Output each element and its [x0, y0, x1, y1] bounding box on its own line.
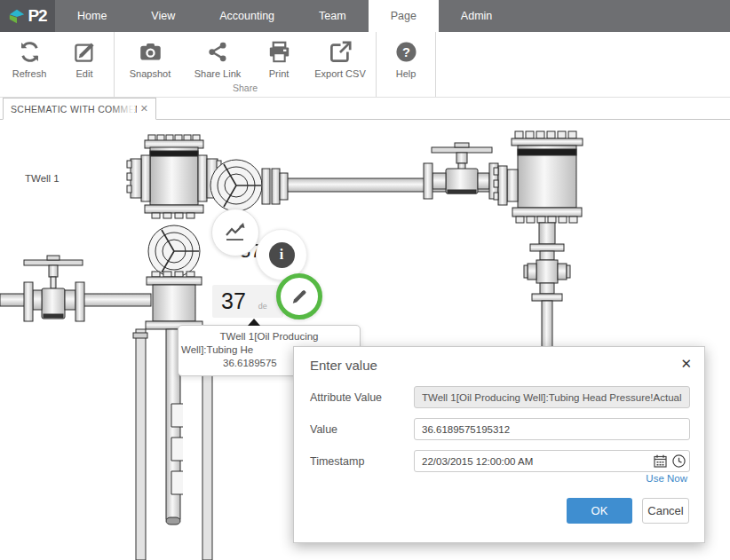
- toolbar-group-label: [377, 83, 435, 97]
- export-icon: [329, 40, 353, 64]
- dialog-title: Enter value: [310, 358, 377, 373]
- value-row: Value: [310, 418, 690, 440]
- ribbon-toolbar: Refresh Edit Snapshot: [0, 32, 730, 98]
- nav-item-view[interactable]: View: [129, 0, 197, 32]
- toolbar-group-main: Refresh Edit: [0, 32, 115, 97]
- toolbar-group-help: ? Help: [377, 32, 436, 97]
- well-name-label: TWell 1: [25, 173, 60, 184]
- nav-item-team[interactable]: Team: [297, 0, 369, 32]
- clock-icon[interactable]: [671, 454, 686, 469]
- edit-button[interactable]: Edit: [57, 32, 112, 83]
- timestamp-field-wrap: [414, 450, 690, 472]
- calendar-icon[interactable]: [653, 454, 668, 469]
- printer-icon: [267, 40, 291, 64]
- tooltip-line-1: TWell 1[Oil Producing: [179, 330, 360, 343]
- attribute-value-text: 37: [212, 288, 246, 314]
- app-logo[interactable]: P2: [0, 0, 55, 32]
- toolbar-group-label: [0, 83, 114, 97]
- timestamp-row: Timestamp: [310, 450, 690, 472]
- share-link-button[interactable]: Share Link: [184, 32, 251, 83]
- trend-chart-button[interactable]: [211, 209, 259, 256]
- pencil-icon: [289, 286, 310, 307]
- print-button[interactable]: Print: [251, 32, 306, 83]
- nav-item-home[interactable]: Home: [55, 0, 129, 32]
- unit-fragment-text: de: [258, 302, 267, 311]
- tab-close-icon[interactable]: ✕: [140, 103, 148, 114]
- attribute-row: Attribute Value: [310, 386, 690, 408]
- cancel-button[interactable]: Cancel: [642, 498, 689, 524]
- trend-chart-icon: [223, 220, 248, 245]
- nav-item-accounting[interactable]: Accounting: [197, 0, 297, 32]
- svg-text:?: ?: [402, 45, 410, 59]
- schematic-canvas: TWell 1 37 i 37 de TWell 1[Oil Producing…: [0, 120, 730, 560]
- left-wing-valve: [0, 256, 151, 321]
- info-icon: i: [269, 242, 295, 268]
- edit-value-button[interactable]: [276, 273, 322, 319]
- snapshot-button[interactable]: Snapshot: [116, 32, 184, 83]
- timestamp-field[interactable]: [414, 450, 690, 472]
- tooltip-arrow: [248, 319, 260, 326]
- refresh-icon: [18, 40, 42, 64]
- enter-value-dialog: Enter value ✕ Attribute Value Value Time…: [293, 346, 705, 543]
- help-icon: ?: [394, 40, 418, 64]
- edit-icon: [73, 40, 97, 64]
- top-nav-bar: P2 Home View Accounting Team Page Admin: [0, 0, 730, 32]
- ok-button[interactable]: OK: [567, 498, 632, 524]
- toolbar-button-label: Export CSV: [314, 68, 365, 79]
- attribute-field-label: Attribute Value: [310, 391, 414, 404]
- attribute-field: [414, 386, 690, 408]
- share-nodes-icon: [206, 40, 230, 64]
- value-field[interactable]: [414, 418, 690, 440]
- attribute-value-overlay-main[interactable]: 37 de: [212, 285, 283, 318]
- toolbar-group-share: Snapshot Share Link Print: [115, 32, 377, 97]
- use-now-link[interactable]: Use Now: [646, 473, 687, 484]
- dialog-close-icon[interactable]: ✕: [680, 356, 692, 372]
- toolbar-button-label: Help: [396, 68, 417, 79]
- toolbar-button-label: Print: [269, 68, 290, 79]
- right-choke-assembly: [494, 131, 583, 363]
- export-csv-button[interactable]: Export CSV: [306, 32, 374, 83]
- value-field-label: Value: [310, 423, 414, 436]
- nav-item-admin[interactable]: Admin: [439, 0, 514, 32]
- nav-item-page[interactable]: Page: [369, 0, 439, 32]
- toolbar-group-label: Share: [115, 83, 376, 97]
- toolbar-button-label: Refresh: [12, 68, 47, 79]
- timestamp-field-label: Timestamp: [310, 455, 414, 468]
- tab-title-fade: [111, 99, 134, 118]
- document-tab-bar: SCHEMATIC WITH COMMEN ✕: [0, 98, 730, 120]
- help-button[interactable]: ? Help: [378, 32, 433, 83]
- toolbar-button-label: Share Link: [194, 68, 242, 79]
- p2-logo-icon: [8, 7, 26, 25]
- app-logo-text: P2: [28, 6, 46, 26]
- refresh-button[interactable]: Refresh: [2, 32, 57, 83]
- tab-schematic-with-comments[interactable]: SCHEMATIC WITH COMMEN ✕: [3, 98, 156, 120]
- camera-icon: [139, 40, 163, 64]
- toolbar-button-label: Snapshot: [130, 68, 171, 79]
- toolbar-button-label: Edit: [76, 68, 93, 79]
